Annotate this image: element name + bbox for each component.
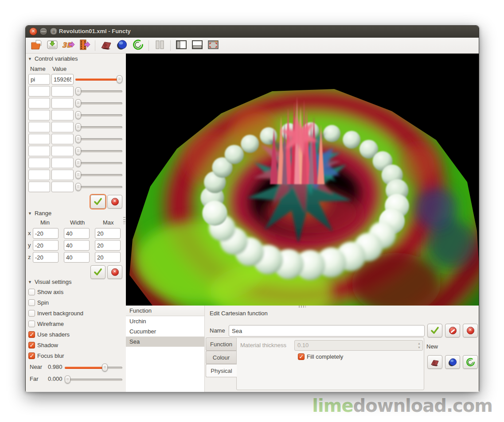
variable-name-input[interactable] [28,170,50,180]
new-curve-button[interactable] [463,355,478,369]
toolbar-curve-button[interactable] [131,39,145,52]
tab-colour[interactable]: Colour [206,351,236,364]
variable-slider-trough[interactable] [75,126,122,128]
viewport-3d[interactable] [126,54,479,306]
variable-slider-trough[interactable] [75,138,122,140]
range-max-input[interactable] [95,240,121,251]
toolbar-export-3d-button[interactable]: 3D [61,39,75,52]
variable-value-input[interactable] [51,74,74,85]
range-width-input[interactable] [64,228,90,239]
vertical-splitter-handle[interactable] [123,217,125,224]
variable-slider[interactable] [75,111,122,119]
toolbar-cartesian-button[interactable] [99,39,113,52]
variable-name-input[interactable] [28,122,50,132]
variable-value-input[interactable] [51,182,74,192]
variable-slider[interactable] [75,87,122,95]
variable-value-input[interactable] [51,170,74,180]
invert-background-checkbox[interactable] [28,310,35,317]
close-button[interactable]: ✕ [29,27,37,35]
visual-settings-header[interactable]: ▼Visual settings [28,279,72,285]
near-slider[interactable] [65,364,122,372]
spin-checkbox[interactable] [28,299,35,306]
range-header[interactable]: ▼Range [28,210,51,217]
wireframe-checkbox[interactable] [28,321,35,327]
toolbar-save-button[interactable] [45,39,59,52]
variable-value-input[interactable] [51,122,74,132]
apply-variables-button[interactable] [90,195,105,209]
variable-slider-trough[interactable] [75,90,122,93]
range-min-input[interactable] [33,228,59,239]
variable-slider-thumb[interactable] [75,147,81,155]
variable-slider-thumb[interactable] [75,183,81,191]
variable-slider-thumb[interactable] [75,99,81,107]
variable-slider-trough[interactable] [75,150,122,152]
variable-slider-trough[interactable] [75,114,122,116]
variable-value-input[interactable] [51,86,74,97]
variable-value-input[interactable] [51,98,74,108]
function-list-item[interactable]: Cucumber [126,326,204,337]
spinner-arrows-icon[interactable]: ▲▼ [418,341,421,349]
range-width-input[interactable] [64,252,90,263]
variable-slider-trough[interactable] [75,174,122,176]
toolbar-open-button[interactable] [29,39,43,52]
variable-name-input[interactable] [28,86,50,97]
variable-slider-thumb[interactable] [75,171,81,179]
far-slider[interactable] [65,376,122,383]
far-slider-thumb[interactable] [65,376,70,383]
apply-range-button[interactable] [90,265,105,279]
toolbar-pause-button[interactable] [152,39,167,52]
variable-name-input[interactable] [28,134,50,144]
toolbar-panel-left-button[interactable] [174,39,188,52]
control-variables-header[interactable]: ▼Control variables [28,55,78,62]
apply-function-button[interactable] [427,324,442,337]
variable-name-input[interactable] [28,146,50,156]
toolbar-fullscreen-button[interactable] [206,39,220,52]
titlebar[interactable]: ✕ — ▢ Revolution01.xml - Functy [26,26,479,38]
variable-slider-thumb[interactable] [75,135,81,143]
variable-slider[interactable] [75,171,122,179]
variable-slider[interactable] [75,147,122,155]
range-width-input[interactable] [64,240,90,251]
variable-slider-trough[interactable] [75,102,122,105]
cancel-range-button[interactable] [107,265,122,279]
minimize-button[interactable]: — [39,27,47,35]
variable-slider-thumb[interactable] [75,123,81,131]
variable-slider[interactable] [75,183,122,191]
function-name-input[interactable] [229,325,425,337]
use-shaders-checkbox[interactable] [28,331,35,338]
variable-slider-thumb[interactable] [75,87,81,95]
toolbar-spherical-button[interactable] [115,39,129,52]
variable-value-input[interactable] [51,134,74,144]
range-max-input[interactable] [95,228,121,239]
variable-slider[interactable] [75,159,122,167]
variable-slider-thumb[interactable] [75,159,81,167]
variable-name-input[interactable] [28,98,50,108]
variable-value-input[interactable] [51,110,74,120]
function-list-header[interactable]: Function [126,306,204,316]
maximize-button[interactable]: ▢ [50,27,58,35]
variable-name-input[interactable] [28,74,50,85]
material-thickness-spinbox[interactable]: 0.10 ▲▼ [294,340,423,351]
function-list-item[interactable]: Urchin [126,316,204,326]
range-max-input[interactable] [95,252,121,263]
variable-slider[interactable] [75,75,122,83]
tab-physical[interactable]: Physical [206,364,237,377]
range-min-input[interactable] [33,240,59,251]
horizontal-splitter-handle[interactable] [299,306,306,308]
variable-slider-trough[interactable] [75,186,122,188]
show-axis-checkbox[interactable] [28,289,35,295]
variable-slider-thumb[interactable] [117,75,122,83]
range-min-input[interactable] [33,252,59,263]
delete-function-button[interactable] [445,324,460,337]
variable-value-input[interactable] [51,146,74,156]
variable-value-input[interactable] [51,158,74,168]
shadow-checkbox[interactable] [28,342,35,348]
new-cartesian-button[interactable] [427,355,442,369]
tab-function[interactable]: Function [206,337,236,351]
near-slider-thumb[interactable] [102,364,108,372]
variable-name-input[interactable] [28,158,50,168]
cancel-variables-button[interactable] [107,195,122,209]
toolbar-panel-bottom-button[interactable] [190,39,204,52]
toolbar-export-video-button[interactable] [77,39,91,52]
variable-slider[interactable] [75,135,122,143]
